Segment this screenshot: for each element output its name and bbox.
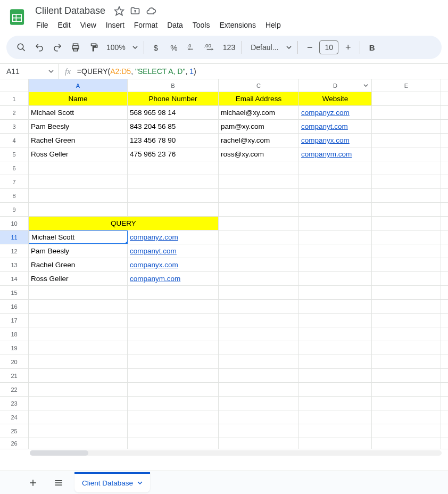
zoom-select[interactable]: 100% [103,43,129,52]
redo-icon[interactable] [49,39,66,56]
cell[interactable]: Ross Geller [29,272,128,285]
row-header[interactable]: 5 [0,147,29,161]
cell[interactable] [219,410,299,424]
row-header[interactable]: 9 [0,203,29,216]
row-header[interactable]: 6 [0,161,29,175]
menu-format[interactable]: Format [130,19,162,31]
cloud-icon[interactable] [146,6,156,17]
cell[interactable] [299,383,372,396]
cell[interactable] [219,300,299,313]
cell[interactable]: companyz.com [128,230,219,244]
cell[interactable] [372,258,441,271]
name-box[interactable]: A11 [0,64,59,79]
cell[interactable] [128,161,219,175]
cell[interactable] [219,369,299,382]
cell[interactable] [372,327,441,341]
cell[interactable] [372,175,441,188]
menu-help[interactable]: Help [261,19,285,31]
cell[interactable] [29,161,128,175]
cell[interactable] [299,314,372,327]
cell[interactable] [372,314,441,327]
cell[interactable] [128,175,219,188]
row-header[interactable]: 25 [0,424,29,438]
menu-view[interactable]: View [76,19,101,31]
row-header[interactable]: 20 [0,355,29,368]
cell[interactable] [29,355,128,368]
cell[interactable] [299,369,372,382]
cell[interactable] [372,134,441,147]
search-icon[interactable] [13,39,30,56]
cell[interactable] [128,314,219,327]
move-icon[interactable] [130,6,140,17]
cell[interactable] [128,327,219,341]
link[interactable]: companyt.com [130,247,177,255]
cell[interactable] [29,438,128,449]
row-header[interactable]: 12 [0,244,29,258]
cell[interactable] [372,355,441,368]
cell[interactable] [299,244,372,258]
cell[interactable] [299,300,372,313]
row-header[interactable]: 16 [0,300,29,313]
cell[interactable] [29,314,128,327]
cell[interactable] [299,272,372,285]
cell[interactable] [128,424,219,438]
row-header[interactable]: 3 [0,120,29,133]
cell[interactable] [372,383,441,396]
cell[interactable] [372,106,441,119]
cell[interactable] [372,300,441,313]
cell[interactable] [219,189,299,202]
cell[interactable] [219,341,299,355]
cell[interactable] [128,355,219,368]
chevron-down-icon[interactable] [48,67,54,76]
increase-decimal-icon[interactable]: .00 [202,39,219,56]
cell[interactable] [372,272,441,285]
paint-format-icon[interactable] [85,39,102,56]
row-header[interactable]: 8 [0,189,29,202]
cell[interactable]: Phone Number [128,92,219,105]
row-header[interactable]: 4 [0,134,29,147]
cell[interactable] [372,369,441,382]
cell[interactable] [372,147,441,161]
cell[interactable] [29,397,128,410]
cell[interactable] [372,244,441,258]
link[interactable]: companyx.com [301,136,350,144]
cell[interactable] [372,217,441,230]
column-header-c[interactable]: C [219,79,299,92]
print-icon[interactable] [67,39,84,56]
menu-insert[interactable]: Insert [102,19,129,31]
column-header-b[interactable]: B [128,79,219,92]
link[interactable]: companyz.com [301,109,350,117]
cell[interactable] [299,230,372,244]
menu-extensions[interactable]: Extensions [215,19,260,31]
add-sheet-button[interactable] [23,473,43,492]
cell[interactable] [219,161,299,175]
cell[interactable] [299,410,372,424]
column-header-d[interactable]: D [299,79,372,92]
column-header-a[interactable]: A [29,79,128,92]
cell[interactable] [372,230,441,244]
cell[interactable] [299,327,372,341]
cell[interactable]: companyx.com [128,258,219,271]
cell[interactable] [219,327,299,341]
chevron-down-icon[interactable] [363,83,368,89]
fill-handle[interactable] [126,242,128,244]
cell[interactable]: 475 965 23 76 [128,147,219,161]
cell[interactable] [299,286,372,299]
cell[interactable] [219,314,299,327]
cell[interactable] [219,244,299,258]
row-header[interactable]: 2 [0,106,29,119]
font-size-input[interactable]: 10 [319,40,338,54]
cell[interactable] [219,175,299,188]
row-header[interactable]: 11 [0,230,29,244]
cell[interactable]: Michael Scott [29,106,128,119]
menu-tools[interactable]: Tools [188,19,214,31]
font-size-increase[interactable]: + [339,39,356,56]
cell[interactable] [29,327,128,341]
cell-merged[interactable]: QUERY [29,217,219,230]
cell[interactable] [29,286,128,299]
doc-title[interactable]: Clilent Database [32,4,109,18]
cell[interactable]: Website [299,92,372,105]
cell[interactable] [372,120,441,133]
cell[interactable] [128,203,219,216]
cell[interactable] [219,355,299,368]
